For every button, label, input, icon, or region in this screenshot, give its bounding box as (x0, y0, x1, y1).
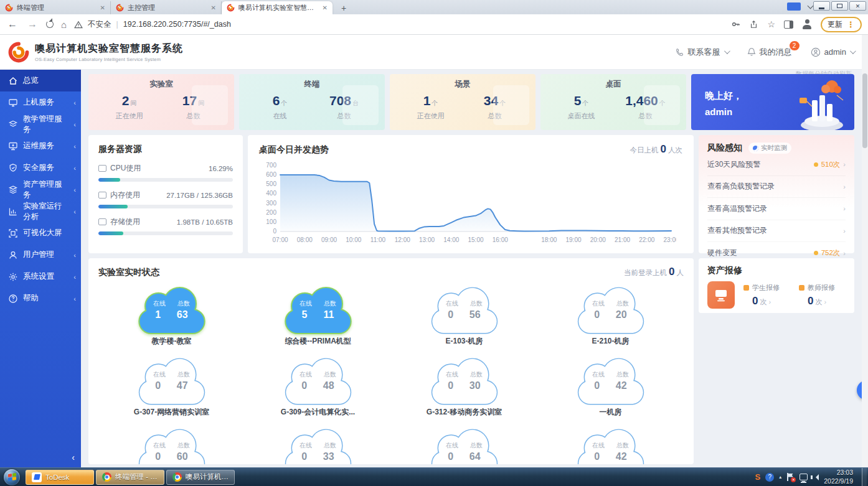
back-icon[interactable]: ← (6, 19, 19, 30)
bookmark-star-icon[interactable]: ☆ (767, 19, 775, 29)
app-header: 噢易计算机实验室智慧服务系统 OS-Easy Computer Laborato… (0, 35, 868, 70)
password-key-icon[interactable] (731, 20, 740, 29)
browser-tab-2[interactable]: 主控管理 ✕ (111, 1, 222, 14)
sidebar-item-computer-service[interactable]: 上机服务‹ (0, 91, 81, 113)
lab-room-card[interactable]: 在线总数033三机房 (245, 426, 391, 464)
room-name: 教学楼-教室 (152, 336, 192, 347)
chevron-right-icon: › (769, 298, 771, 306)
lab-room-card[interactable]: 在线总数042一机房 (537, 355, 684, 418)
window-minimize-button[interactable] (813, 1, 830, 11)
stat-label: 正在使用 (399, 111, 463, 121)
risk-row-30day[interactable]: 近30天风险预警 510次 › (707, 154, 846, 176)
svg-text:23:00: 23:00 (663, 236, 676, 243)
lab-room-card[interactable]: 在线总数047G-307-网络营销实训室 (98, 355, 245, 418)
home-icon[interactable]: ⌂ (61, 19, 67, 30)
teacher-repair-item[interactable]: 教师报修 0次 › (799, 283, 846, 307)
repair-count: 0 (808, 295, 813, 307)
address-bar[interactable]: 不安全 | 192.168.220.250:7735/#/_dash (74, 19, 231, 30)
sidebar-item-label: 用户管理 (23, 250, 54, 260)
lab-room-card[interactable]: 在线总数060七机房 (98, 426, 245, 464)
new-tab-button[interactable]: + (336, 3, 351, 14)
window-maximize-button[interactable] (831, 1, 848, 11)
window-close-button[interactable]: ✕ (849, 1, 866, 11)
sidebar-item-big-screen[interactable]: 可视化大屏 (0, 222, 81, 244)
lab-room-card[interactable]: 在线总数042二机房 (537, 426, 684, 464)
taskbar-app-chrome-osez[interactable]: 噢易计算机实验... (166, 470, 235, 485)
stat-value: 1,460 (625, 93, 658, 108)
sidebar-item-user-management[interactable]: 用户管理‹ (0, 244, 81, 266)
os-easy-logo (7, 41, 30, 63)
window-controls: ✕ (813, 1, 866, 11)
risk-row-high-load[interactable]: 查看高负载预警记录 › (707, 176, 846, 199)
app-subtitle: OS-Easy Computer Laboratory Intelligent … (35, 57, 183, 62)
total-label: 总数 (324, 441, 336, 450)
sidebar-item-asset-service[interactable]: 资产管理服务‹ (0, 179, 81, 200)
lab-room-card[interactable]: 在线总数048G-309-会计电算化实... (245, 355, 391, 418)
total-count: 64 (469, 451, 481, 462)
scrollbar-thumb[interactable] (862, 73, 867, 148)
lab-room-card[interactable]: 在线总数056E-103-机房 (391, 284, 537, 347)
user-icon (8, 250, 18, 260)
lab-room-card[interactable]: 在线总数163教学楼-教室 (98, 284, 245, 347)
reload-icon[interactable] (46, 21, 54, 28)
sidebar-item-overview[interactable]: 总览 (0, 70, 81, 91)
share-icon[interactable] (749, 20, 758, 29)
sidebar-item-help[interactable]: 帮助‹ (0, 287, 81, 309)
risk-row-other[interactable]: 查看其他预警记录 › (707, 220, 846, 243)
lab-room-card[interactable]: 在线总数020E-210-机房 (537, 284, 684, 347)
lab-room-card[interactable]: 在线总数064九机房 (391, 426, 537, 464)
labs-login-stat: 当前登录上机0人 (624, 266, 684, 278)
page-scrollbar[interactable] (862, 35, 868, 467)
tray-expand-arrow-icon[interactable]: ▴ (779, 474, 781, 480)
student-repair-item[interactable]: 学生报修 0次 › (743, 283, 790, 307)
risk-label: 近30天风险预警 (707, 159, 760, 170)
browser-profile-icon[interactable] (802, 19, 812, 29)
help-tray-icon[interactable]: ? (765, 473, 774, 482)
tab-close-icon[interactable]: ✕ (211, 4, 216, 11)
start-button[interactable] (4, 469, 20, 485)
sidebar-item-security-service[interactable]: 安全服务‹ (0, 157, 81, 179)
tab-close-icon[interactable]: ✕ (323, 4, 328, 11)
sidebar-item-ops-service[interactable]: 运维服务‹ (0, 135, 81, 157)
chevron-collapsed-icon: ‹ (73, 251, 76, 259)
browser-tab-active[interactable]: 噢易计算机实验室智慧服务系统 ✕ (222, 1, 333, 14)
my-messages-menu[interactable]: 我的消息 2 (747, 47, 792, 58)
stat-value: 34 (484, 93, 498, 108)
home-icon (8, 76, 18, 86)
contact-support-menu[interactable]: 联系客服 (676, 47, 729, 58)
user-menu[interactable]: admin (811, 47, 854, 57)
sogou-tray-icon[interactable]: S (755, 472, 761, 482)
sidebar-item-lab-analysis[interactable]: 实验室运行分析‹ (0, 200, 81, 222)
taskbar-app-todesk[interactable]: ToDesk (26, 470, 94, 485)
forward-icon[interactable]: → (26, 19, 39, 30)
memory-icon (98, 192, 106, 199)
lab-room-card[interactable]: 在线总数030G-312-移动商务实训室 (391, 355, 537, 418)
tab-label: 终端管理 (17, 3, 97, 12)
labs-stat-value: 0 (669, 266, 674, 278)
total-count: 48 (323, 380, 334, 391)
dashboard-content: 数据每分钟自动刷新 实验室 2间正在使用 17间总数 终端 6个在线 708台总… (81, 70, 862, 467)
action-center-flag-icon[interactable]: ✕ (786, 473, 795, 482)
risk-row-high-temp[interactable]: 查看高温预警记录 › (707, 198, 846, 220)
browser-tab-1[interactable]: 终端管理 ✕ (0, 1, 111, 14)
browser-update-button[interactable]: 更新 ⋮ (821, 17, 862, 32)
lab-room-card[interactable]: 在线总数511综合楼--PRIMA机型 (245, 284, 391, 347)
svg-text:09:00: 09:00 (321, 236, 337, 243)
tray-time: 23:03 (824, 469, 853, 477)
lab-status-panel: 实验室实时状态 当前登录上机0人 在线总数163教学楼-教室在线总数511综合楼… (88, 258, 694, 464)
progress-fill (98, 178, 120, 182)
sidebar-collapse-chevron[interactable]: ‹ (72, 452, 75, 462)
taskbar-clock[interactable]: 23:03 2022/9/19 (824, 469, 853, 485)
browser-menu-kebab-icon[interactable]: ⋮ (847, 20, 855, 29)
taskbar-app-chrome-terminal[interactable]: 终端管理 - Goog... (96, 470, 164, 485)
side-panel-icon[interactable] (784, 21, 793, 29)
network-icon[interactable] (800, 474, 808, 480)
speaker-icon[interactable] (813, 474, 819, 480)
svg-text:200: 200 (266, 209, 276, 216)
show-desktop-button[interactable] (862, 468, 867, 486)
total-count: 20 (616, 309, 627, 320)
tab-close-icon[interactable]: ✕ (100, 4, 105, 11)
sidebar-item-teaching-service[interactable]: 教学管理服务‹ (0, 113, 81, 135)
sidebar-item-system-settings[interactable]: 系统设置‹ (0, 266, 81, 287)
chevron-right-icon: › (843, 250, 846, 257)
